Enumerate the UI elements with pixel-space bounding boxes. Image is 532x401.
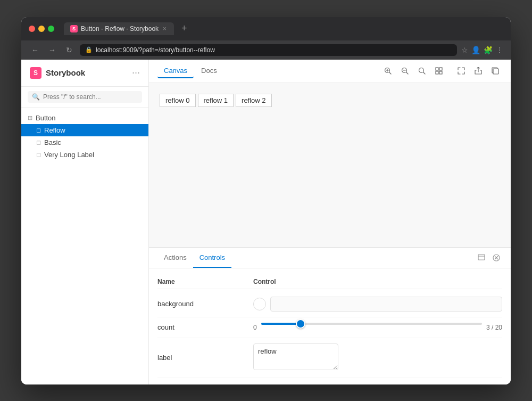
tab-docs[interactable]: Docs [195, 64, 223, 78]
new-tab-button[interactable]: + [181, 23, 187, 34]
slider-track-container [261, 323, 482, 332]
color-input[interactable] [270, 297, 502, 312]
sidebar-item-label: Very Long Label [44, 151, 94, 159]
copy-link-button[interactable] [488, 64, 502, 78]
control-row-label: label reflow [157, 338, 502, 378]
search-input[interactable] [43, 93, 138, 101]
tab-title: Button - Reflow · Storybook [81, 25, 159, 32]
browser-toolbar-right: ☆ 👤 🧩 ⋮ [461, 46, 503, 54]
svg-line-1 [389, 72, 392, 75]
tab-canvas[interactable]: Canvas [157, 64, 194, 78]
address-bar[interactable]: 🔒 localhost:9009/?path=/story/button--re… [80, 44, 457, 56]
slider-thumb[interactable] [296, 319, 305, 329]
story-button-reflow0[interactable]: reflow 0 [160, 94, 196, 107]
extensions-icon[interactable]: 🧩 [484, 46, 493, 54]
sidebar: S Storybook ··· 🔍 ⊞ Button ◻ [21, 60, 149, 384]
controls-tabs-bar: Actions Controls [149, 248, 511, 268]
slider-fill [261, 323, 301, 325]
browser-window: S Button - Reflow · Storybook × + ← → ↻ … [21, 17, 511, 384]
slider-control: 0 3 / 20 [253, 323, 502, 332]
control-name-count: count [157, 323, 253, 331]
control-row-count: count 0 3 / 20 [157, 317, 502, 338]
column-control-header: Control [253, 278, 502, 285]
logo-icon: S [30, 67, 41, 79]
control-value-background [253, 297, 502, 312]
browser-toolbar: ← → ↻ 🔒 localhost:9009/?path=/story/butt… [21, 40, 511, 60]
browser-content: S Storybook ··· 🔍 ⊞ Button ◻ [21, 60, 511, 384]
reload-button[interactable]: ↻ [63, 44, 76, 56]
grid-button[interactable] [432, 64, 446, 78]
lock-icon: 🔒 [85, 46, 93, 53]
browser-tab[interactable]: S Button - Reflow · Storybook × [64, 22, 174, 35]
zoom-in-button[interactable] [381, 64, 395, 78]
controls-table: Name Control background [149, 268, 511, 384]
controls-panel-actions [476, 252, 502, 264]
story-icon: ◻ [36, 151, 41, 158]
search-input-wrap: 🔍 [28, 91, 142, 103]
sidebar-menu-button[interactable]: ··· [132, 67, 140, 78]
tab-favicon: S [70, 25, 78, 32]
maximize-button[interactable] [48, 26, 54, 32]
color-control [253, 297, 502, 312]
browser-titlebar: S Button - Reflow · Storybook × + [21, 17, 511, 40]
svg-rect-10 [439, 68, 442, 70]
sidebar-item-basic[interactable]: ◻ Basic [21, 136, 148, 149]
logo-text: Storybook [46, 68, 85, 77]
tab-close-icon[interactable]: × [162, 25, 168, 32]
sidebar-tree: ⊞ Button ◻ Reflow ◻ Basic ◻ Very Long La… [21, 108, 148, 384]
back-button[interactable]: ← [29, 44, 41, 56]
content-toolbar: Canvas Docs [149, 60, 511, 83]
slider-min-label: 0 [253, 324, 257, 331]
zoom-reset-button[interactable] [415, 64, 429, 78]
sidebar-item-reflow[interactable]: ◻ Reflow [21, 124, 148, 136]
color-swatch[interactable] [253, 298, 266, 310]
story-button-reflow1[interactable]: reflow 1 [198, 94, 234, 107]
svg-rect-11 [436, 71, 438, 74]
svg-rect-16 [478, 255, 485, 260]
column-name-header: Name [157, 278, 253, 285]
sidebar-group-label: Button [36, 114, 56, 122]
sidebar-logo: S Storybook [30, 67, 85, 79]
story-button-reflow2[interactable]: reflow 2 [236, 94, 272, 107]
sidebar-item-label: Basic [44, 138, 61, 146]
minimize-button[interactable] [38, 26, 45, 32]
label-textarea[interactable]: reflow [253, 343, 338, 370]
toolbar-icon-group [381, 64, 446, 78]
bookmark-icon[interactable]: ☆ [461, 46, 468, 54]
share-button[interactable] [471, 64, 485, 78]
forward-button[interactable]: → [46, 44, 59, 56]
sidebar-item-label: Reflow [44, 126, 65, 134]
story-icon: ◻ [36, 139, 41, 146]
control-name-background: background [157, 300, 253, 308]
traffic-lights [29, 26, 54, 32]
panel-close-button[interactable] [491, 252, 502, 264]
menu-icon[interactable]: ⋮ [496, 46, 503, 54]
slider-value-label: 3 / 20 [486, 324, 502, 331]
content-tabs: Canvas Docs [157, 64, 223, 78]
panel-minimize-button[interactable] [476, 252, 487, 264]
search-icon: 🔍 [32, 93, 40, 101]
zoom-out-button[interactable] [398, 64, 412, 78]
tab-actions[interactable]: Actions [157, 248, 193, 268]
svg-line-5 [406, 72, 409, 75]
canvas-area: reflow 0 reflow 1 reflow 2 [149, 83, 511, 248]
story-icon: ◻ [36, 127, 41, 134]
close-button[interactable] [29, 26, 35, 32]
svg-rect-9 [436, 68, 438, 70]
address-text: localhost:9009/?path=/story/button--refl… [96, 46, 215, 54]
toolbar-right-group [454, 64, 502, 78]
sidebar-item-very-long-label[interactable]: ◻ Very Long Label [21, 149, 148, 161]
fullscreen-button[interactable] [454, 64, 468, 78]
control-value-label: reflow [253, 343, 502, 372]
folder-icon: ⊞ [28, 114, 32, 121]
sidebar-search: 🔍 [21, 87, 148, 108]
tab-controls[interactable]: Controls [193, 248, 231, 268]
svg-rect-12 [439, 71, 442, 74]
sidebar-item-button-group[interactable]: ⊞ Button [21, 112, 148, 124]
controls-panel: Actions Controls Name [149, 248, 511, 384]
control-value-count: 0 3 / 20 [253, 323, 502, 332]
profile-icon[interactable]: 👤 [471, 46, 480, 54]
control-row-background: background [157, 291, 502, 317]
controls-table-header: Name Control [157, 275, 502, 289]
svg-line-8 [423, 72, 426, 75]
